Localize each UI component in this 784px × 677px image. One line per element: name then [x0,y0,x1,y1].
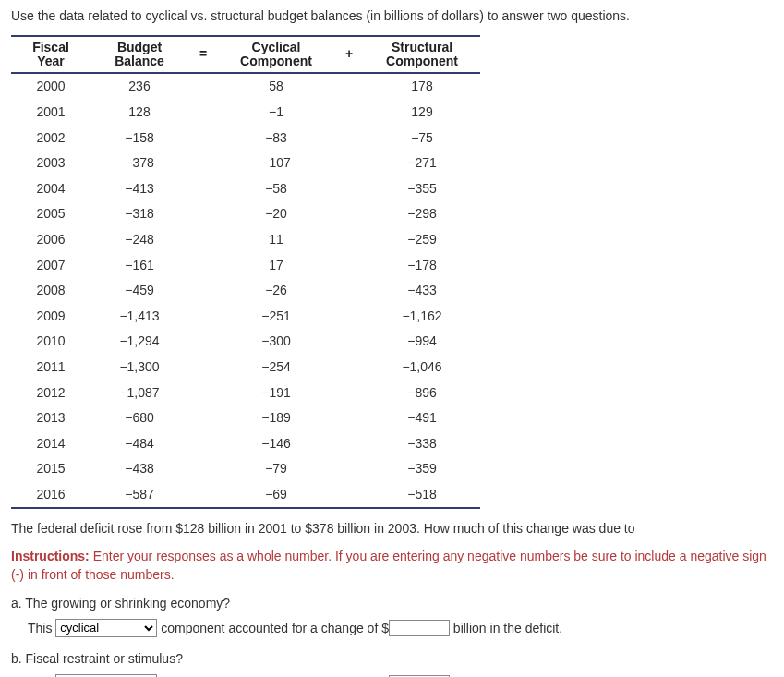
budget-table: Fiscal Year Budget Balance = Cyclical Co… [11,35,480,510]
part-a-prefix: This [28,620,55,635]
cell-op [334,456,364,482]
cell-structural: −896 [364,381,480,406]
cell-balance: −1,294 [90,329,188,355]
cell-year: 2002 [11,126,90,151]
cell-cyclical: 17 [218,253,334,279]
cell-balance: −161 [90,253,188,279]
cell-balance: −484 [90,431,188,457]
cell-structural: −338 [364,431,480,457]
part-b-component-select[interactable]: cyclicalstructural [55,674,157,677]
cell-op [188,73,218,100]
col-header-equals: = [188,36,218,74]
cell-balance: −680 [90,405,188,431]
table-row: 2005−318−20−298 [11,201,480,227]
cell-op [188,482,218,509]
cell-balance: −378 [90,151,188,176]
cell-structural: −1,046 [364,355,480,381]
cell-balance: 128 [90,100,188,126]
cell-cyclical: −107 [218,151,334,176]
cell-year: 2000 [11,73,90,100]
cell-cyclical: −300 [218,329,334,355]
col-header-fiscal-year: Fiscal Year [11,36,90,74]
cell-structural: −298 [364,201,480,227]
instructions-text: Enter your responses as a whole number. … [11,549,766,582]
cell-op [334,176,364,202]
part-a-amount-input[interactable] [389,620,450,636]
table-row: 2014−484−146−338 [11,431,480,457]
cell-year: 2012 [11,381,90,406]
cell-cyclical: −26 [218,278,334,304]
cell-year: 2003 [11,151,90,176]
table-row: 2008−459−26−433 [11,278,480,304]
part-a-suffix: billion in the deficit. [450,620,562,635]
cell-op [188,381,218,406]
table-row: 2012−1,087−191−896 [11,381,480,406]
cell-structural: −259 [364,227,480,253]
cell-op [334,355,364,381]
cell-op [334,381,364,406]
table-row: 2016−587−69−518 [11,482,480,509]
table-row: 2013−680−189−491 [11,405,480,431]
cell-structural: −518 [364,482,480,509]
cell-structural: 178 [364,73,480,100]
cell-structural: 129 [364,100,480,126]
cell-year: 2016 [11,482,90,509]
part-a-middle: component accounted for a change of $ [157,620,389,635]
instructions: Instructions: Enter your responses as a … [11,548,773,584]
cell-year: 2007 [11,253,90,279]
table-row: 2015−438−79−359 [11,456,480,482]
table-row: 2007−16117−178 [11,253,480,279]
cell-cyclical: −251 [218,304,334,330]
col-header-plus: + [334,36,364,74]
cell-op [188,355,218,381]
cell-structural: −433 [364,278,480,304]
cell-cyclical: −83 [218,126,334,151]
cell-structural: −355 [364,176,480,202]
cell-balance: −413 [90,176,188,202]
cell-op [334,126,364,151]
cell-structural: −75 [364,126,480,151]
col-header-structural: Structural Component [364,36,480,74]
intro-text: Use the data related to cyclical vs. str… [11,7,773,26]
cell-balance: −587 [90,482,188,509]
cell-op [188,201,218,227]
cell-structural: −491 [364,405,480,431]
cell-year: 2006 [11,227,90,253]
cell-balance: −248 [90,227,188,253]
cell-balance: 236 [90,73,188,100]
cell-op [188,253,218,279]
table-row: 2009−1,413−251−1,162 [11,304,480,330]
cell-balance: −1,413 [90,304,188,330]
cell-op [334,304,364,330]
cell-op [334,201,364,227]
cell-year: 2001 [11,100,90,126]
cell-op [188,126,218,151]
cell-cyclical: 58 [218,73,334,100]
part-a-answer-line: This cyclicalstructural component accoun… [28,619,773,637]
cell-op [334,227,364,253]
cell-op [188,227,218,253]
part-a-component-select[interactable]: cyclicalstructural [55,619,157,637]
cell-op [334,151,364,176]
part-b-prompt: b. Fiscal restraint or stimulus? [11,650,773,669]
cell-cyclical: −254 [218,355,334,381]
part-b-answer-line: This cyclicalstructural component accoun… [28,674,773,677]
cell-op [188,176,218,202]
cell-op [188,100,218,126]
cell-op [334,329,364,355]
cell-balance: −459 [90,278,188,304]
table-row: 2003−378−107−271 [11,151,480,176]
cell-cyclical: −146 [218,431,334,457]
cell-op [188,456,218,482]
table-row: 2010−1,294−300−994 [11,329,480,355]
cell-op [334,253,364,279]
cell-op [334,100,364,126]
cell-cyclical: −20 [218,201,334,227]
table-row: 2001128−1129 [11,100,480,126]
cell-year: 2010 [11,329,90,355]
cell-cyclical: −79 [218,456,334,482]
cell-balance: −1,087 [90,381,188,406]
cell-balance: −158 [90,126,188,151]
cell-cyclical: −58 [218,176,334,202]
cell-balance: −318 [90,201,188,227]
